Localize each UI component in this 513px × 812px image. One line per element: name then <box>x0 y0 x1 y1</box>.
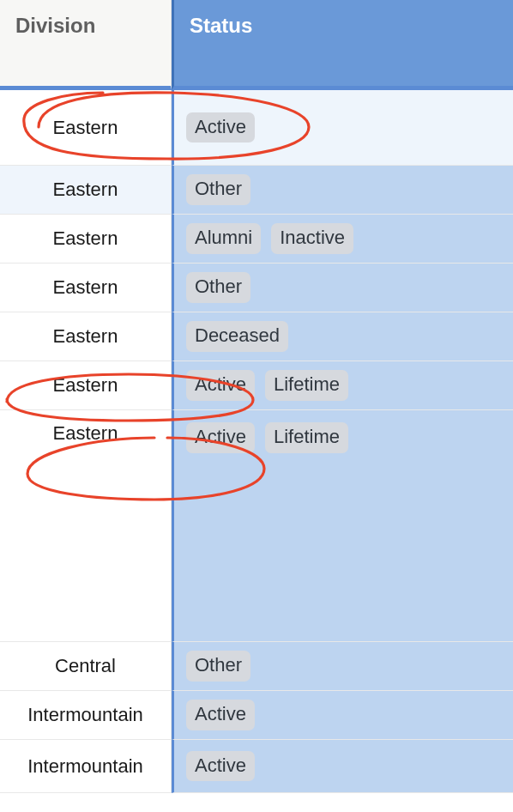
status-header-label: Status <box>190 14 252 38</box>
table-row[interactable]: Active Lifetime <box>172 361 513 410</box>
status-tag[interactable]: Lifetime <box>265 422 348 453</box>
table-row[interactable]: Central <box>0 642 172 691</box>
table-row[interactable]: Active Lifetime <box>172 410 513 642</box>
status-tag[interactable]: Deceased <box>186 321 288 352</box>
status-tag[interactable]: Alumni <box>186 223 261 254</box>
division-cell: Intermountain <box>27 704 143 726</box>
status-column: Status Active Other Alumni Inactive Othe… <box>172 0 513 793</box>
table-row[interactable]: Deceased <box>172 312 513 361</box>
table-row[interactable]: Intermountain <box>0 740 172 793</box>
status-tag[interactable]: Other <box>186 272 250 303</box>
table-row[interactable]: Active <box>172 740 513 793</box>
status-tag[interactable]: Active <box>186 751 255 782</box>
division-cell: Eastern <box>53 374 118 397</box>
table-row[interactable]: Other <box>172 642 513 691</box>
division-header-label: Division <box>15 14 95 38</box>
table-row[interactable]: Eastern <box>0 410 172 642</box>
division-cell: Intermountain <box>27 755 143 778</box>
table-row[interactable]: Alumni Inactive <box>172 215 513 264</box>
table-row[interactable]: Eastern <box>0 90 172 166</box>
status-tag[interactable]: Other <box>186 651 250 682</box>
status-tag[interactable]: Lifetime <box>265 370 348 401</box>
table-row[interactable]: Other <box>172 166 513 215</box>
table-row[interactable]: Eastern <box>0 166 172 215</box>
table-row[interactable]: Active <box>172 691 513 740</box>
status-tag[interactable]: Active <box>186 700 255 730</box>
division-header[interactable]: Division <box>0 0 172 90</box>
division-cell: Eastern <box>53 227 118 250</box>
status-tag[interactable]: Active <box>186 112 255 143</box>
status-header[interactable]: Status <box>172 0 513 90</box>
division-cell: Central <box>55 655 116 677</box>
division-cell: Eastern <box>53 422 118 445</box>
status-tag[interactable]: Other <box>186 174 250 205</box>
table-row[interactable]: Eastern <box>0 312 172 361</box>
table-row[interactable]: Active <box>172 90 513 166</box>
division-column: Division Eastern Eastern Eastern Eastern… <box>0 0 172 793</box>
division-cell: Eastern <box>53 325 118 348</box>
table-row[interactable]: Eastern <box>0 264 172 312</box>
division-cell: Eastern <box>53 276 118 299</box>
table-row[interactable]: Intermountain <box>0 691 172 740</box>
table-row[interactable]: Other <box>172 264 513 312</box>
status-tag[interactable]: Active <box>186 422 255 453</box>
division-cell: Eastern <box>53 179 118 201</box>
status-tag[interactable]: Inactive <box>271 223 353 254</box>
table-row[interactable]: Eastern <box>0 215 172 264</box>
division-cell: Eastern <box>53 117 118 139</box>
data-table: Division Eastern Eastern Eastern Eastern… <box>0 0 513 793</box>
table-row[interactable]: Eastern <box>0 361 172 410</box>
status-tag[interactable]: Active <box>186 370 255 401</box>
